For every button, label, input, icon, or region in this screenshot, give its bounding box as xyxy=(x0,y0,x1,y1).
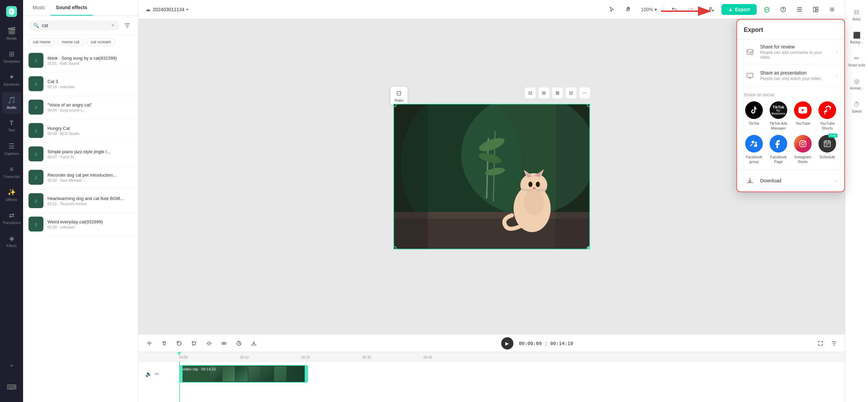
share-for-review-option[interactable]: Share for review People can add comments… xyxy=(737,39,844,65)
audio-title: Cat 3 xyxy=(48,79,133,84)
list-item[interactable]: ♪ tiktok · Song sung by a cat(932399) 01… xyxy=(23,49,138,72)
shield-icon-button[interactable] xyxy=(761,3,773,16)
help-icon-button[interactable] xyxy=(777,3,789,16)
list-item[interactable]: ♪ Weird everyday cat(932699) 02:30 · unk… xyxy=(23,213,138,236)
sidebar-item-effects[interactable]: ✨ Effects xyxy=(2,184,21,206)
replay-tool-button[interactable] xyxy=(174,338,185,349)
resize-button[interactable]: ⊞ xyxy=(539,87,549,98)
pip-button[interactable]: ⊟ xyxy=(566,87,577,98)
sidebar-item-text[interactable]: T Text xyxy=(2,115,21,137)
social-item-facebook-group[interactable]: Facebook group xyxy=(744,135,764,164)
sidebar-item-media[interactable]: 🎬 Media xyxy=(2,23,21,45)
sidebar-item-filters[interactable]: ◈ Filters xyxy=(2,230,21,252)
hand-tool-button[interactable] xyxy=(622,3,634,16)
tag-cat-scream[interactable]: cat scream xyxy=(87,38,115,46)
download-option[interactable]: Download › xyxy=(737,169,844,192)
sidebar-item-templates[interactable]: ⊞ Templates xyxy=(2,46,21,68)
undo-button[interactable] xyxy=(668,3,680,16)
list-item[interactable]: ♪ Heartwarming dog and cat flute BGM... … xyxy=(23,189,138,213)
resize-handle-br[interactable] xyxy=(587,246,590,249)
zoom-display[interactable]: 100% ▾ xyxy=(638,5,660,14)
audio-info: Weird everyday cat(932699) 02:30 · unkno… xyxy=(48,219,133,229)
right-item-animate[interactable]: ◎ Animat... xyxy=(847,73,866,95)
social-item-tiktok[interactable]: TikTok xyxy=(744,101,764,131)
social-item-tiktok-ads[interactable]: TikTok for Business TikTok Ads Manager xyxy=(768,101,789,131)
split-tool2-button[interactable] xyxy=(219,338,229,349)
delete-tool-button[interactable] xyxy=(159,338,170,349)
search-clear-button[interactable]: × xyxy=(111,22,114,28)
sidebar-item-audio[interactable]: 🎵 Audio xyxy=(2,92,21,114)
timeline-options-button[interactable] xyxy=(829,338,839,349)
search-input-wrap: 🔍 × xyxy=(29,20,119,31)
mirror-tool-button[interactable] xyxy=(204,338,214,349)
elements-icon: ✦ xyxy=(9,73,15,81)
settings-icon-button[interactable] xyxy=(826,3,838,16)
split-tool-button[interactable] xyxy=(144,338,155,349)
chevron-down-icon: ⌄ xyxy=(9,360,15,368)
list-item[interactable]: ♪ Recorder dog cat pet introduction... 0… xyxy=(23,166,138,189)
ratio-button[interactable]: ⊡ Ratio xyxy=(391,87,408,105)
canvas-image[interactable] xyxy=(393,104,590,249)
select-tool-button[interactable] xyxy=(606,3,618,16)
frame-thumb xyxy=(248,366,261,381)
sidebar-item-captions[interactable]: ☰ Captions xyxy=(2,138,21,160)
facebook-page-label: Facebook Page xyxy=(768,155,789,164)
redo-button[interactable] xyxy=(684,3,697,16)
fullscreen-button[interactable] xyxy=(815,338,826,349)
menu-icon-button[interactable] xyxy=(793,3,806,16)
social-item-facebook-page[interactable]: Facebook Page xyxy=(768,135,789,164)
share-as-presentation-option[interactable]: Share as presentation People can only wa… xyxy=(737,65,844,87)
tab-sound-effects[interactable]: Sound effects xyxy=(51,0,93,16)
layout-icon-button[interactable] xyxy=(810,3,822,16)
audio-meta: 00:04 · song sound s... xyxy=(48,108,133,112)
captions-icon: ☰ xyxy=(8,142,15,150)
more-button[interactable]: ··· xyxy=(579,87,590,98)
sidebar-item-elements[interactable]: ✦ Elements xyxy=(2,69,21,91)
social-item-instagram[interactable]: Instagram Reels xyxy=(793,135,813,164)
transform-button[interactable]: ⊠ xyxy=(552,87,563,98)
list-item[interactable]: ♪ Simple piano jazz-style jingle /... 00… xyxy=(23,142,138,166)
volume-icon[interactable]: 🔈 xyxy=(145,371,152,377)
list-item[interactable]: ♪ "Voice of an angry cat" 00:04 · song s… xyxy=(23,96,138,119)
export-button[interactable]: Export xyxy=(721,4,757,15)
social-item-schedule[interactable]: Free Schedule xyxy=(817,135,837,164)
list-item[interactable]: ♪ Cat 3 00:16 · unknown xyxy=(23,72,138,96)
tab-music[interactable]: Music xyxy=(27,0,51,16)
video-clip[interactable]: video clip · 00:14:10 xyxy=(179,365,308,383)
filter-button[interactable] xyxy=(122,20,133,31)
add-collaborator-button[interactable] xyxy=(705,3,717,16)
edit-icon[interactable]: ✏ xyxy=(155,371,159,377)
sidebar-item-keyboard[interactable]: ⌨ xyxy=(2,376,21,398)
tag-meow-cat[interactable]: meow cat xyxy=(57,38,83,46)
music-note-icon: ♪ xyxy=(35,104,38,111)
right-item-background[interactable]: ⬛ Backgr... xyxy=(847,27,866,49)
play-button[interactable]: ▶ xyxy=(501,337,513,349)
right-item-speed[interactable]: ⏱ Speed xyxy=(847,96,866,118)
speed-tool-button[interactable] xyxy=(233,338,244,349)
tiktok-label: TikTok xyxy=(749,121,759,126)
list-item[interactable]: ♪ Hungry Cat 00:30 · BCD Studio xyxy=(23,119,138,142)
chevron-right-icon: › xyxy=(836,49,837,55)
ruler-mark-40: 00:40 xyxy=(423,352,432,359)
tag-cat-meow[interactable]: cat meow xyxy=(29,38,55,46)
sidebar-item-transitions[interactable]: ⇄ Transitions xyxy=(2,207,21,229)
social-item-youtube[interactable]: YouTube xyxy=(793,101,813,131)
project-name[interactable]: ☁ 202403011134 ▾ xyxy=(145,6,188,13)
social-item-youtube-shorts[interactable]: YouTube Shorts xyxy=(817,101,837,131)
search-input[interactable] xyxy=(42,23,109,28)
svg-rect-10 xyxy=(816,10,818,12)
audio-thumb: ♪ xyxy=(29,76,43,91)
clip-handle-right[interactable] xyxy=(305,366,307,382)
svg-rect-40 xyxy=(224,342,226,344)
right-item-smart-tools[interactable]: ✏ Smart tools xyxy=(847,50,866,72)
sidebar-item-collapse[interactable]: ⌄ xyxy=(2,353,21,375)
clip-handle-left[interactable] xyxy=(180,366,183,382)
svg-rect-6 xyxy=(797,9,802,10)
crop-tool-button[interactable] xyxy=(189,338,200,349)
export-tool-button[interactable] xyxy=(248,338,259,349)
audio-thumb: ♪ xyxy=(29,217,43,232)
right-item-basic[interactable]: ⊟ Basic xyxy=(847,4,866,26)
audio-thumb: ♪ xyxy=(29,53,43,68)
sidebar-item-transcript[interactable]: ≡ Transcript xyxy=(2,161,21,183)
crop-button[interactable]: ⊟ xyxy=(525,87,536,98)
